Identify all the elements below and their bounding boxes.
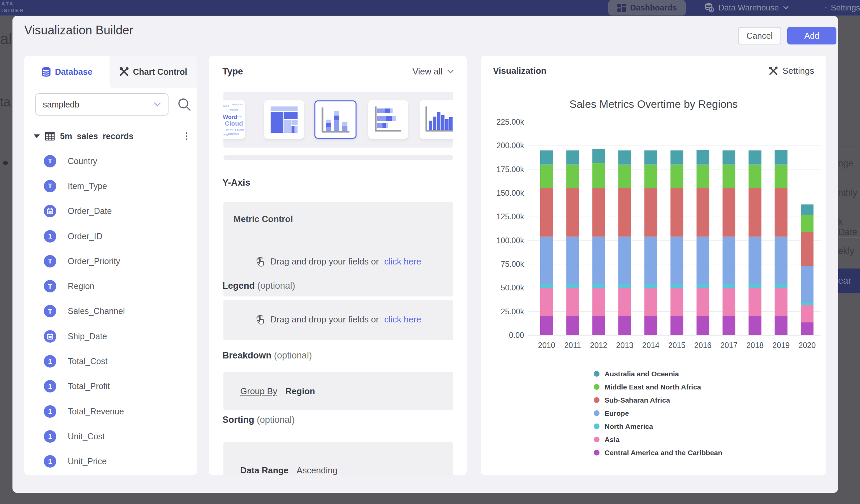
bar-segment[interactable]: [748, 165, 761, 188]
bar-segment[interactable]: [592, 284, 605, 288]
bar-segment[interactable]: [592, 188, 605, 237]
bar-segment[interactable]: [644, 288, 657, 316]
bar-segment[interactable]: [671, 236, 684, 284]
bar-segment[interactable]: [592, 149, 605, 163]
bar-segment[interactable]: [775, 165, 788, 188]
bar-segment[interactable]: [775, 284, 788, 288]
bar-segment[interactable]: [592, 236, 605, 284]
bar-segment[interactable]: [644, 316, 657, 335]
bar-segment[interactable]: [540, 165, 553, 188]
metric-click-here-link[interactable]: click here: [384, 256, 421, 267]
bar-segment[interactable]: [644, 188, 657, 236]
search-icon[interactable]: [176, 97, 192, 112]
bar-segment[interactable]: [671, 165, 684, 188]
bar-segment[interactable]: [671, 288, 684, 316]
bar-segment[interactable]: [775, 236, 788, 284]
bar-segment[interactable]: [722, 165, 735, 188]
chart-type-word-cloud[interactable]: Word Cloud iness Analytics BigData Prici…: [224, 100, 245, 139]
field-row-ship_date[interactable]: Ship_Date: [44, 324, 192, 349]
field-row-unit_price[interactable]: 1Unit_Price: [44, 449, 192, 474]
bar-segment[interactable]: [748, 188, 761, 236]
database-select[interactable]: sampledb: [35, 93, 169, 116]
bar-segment[interactable]: [801, 215, 814, 232]
nav-dashboards[interactable]: Dashboards: [608, 0, 686, 15]
bar-segment[interactable]: [566, 316, 579, 335]
field-row-unit_cost[interactable]: 1Unit_Cost: [44, 424, 192, 449]
field-row-country[interactable]: TCountry: [44, 148, 192, 173]
app-logo[interactable]: ATA ISIDER: [1, 0, 24, 14]
field-row-total_cost[interactable]: 1Total_Cost: [44, 349, 192, 374]
chart-settings-button[interactable]: Settings: [769, 66, 814, 76]
sorting-direction[interactable]: Ascending: [297, 465, 337, 475]
bar-segment[interactable]: [671, 284, 684, 288]
bar-segment[interactable]: [671, 316, 684, 335]
bar-segment[interactable]: [644, 150, 657, 164]
bar-segment[interactable]: [566, 236, 579, 284]
bar-segment[interactable]: [748, 288, 761, 316]
legend-item[interactable]: Europe: [594, 407, 722, 420]
breakdown-dropzone[interactable]: Group By Region: [224, 372, 453, 411]
chart-type-column[interactable]: [419, 100, 453, 139]
bar-segment[interactable]: [748, 236, 761, 284]
legend-dropzone[interactable]: Drag and drop your fields or click here: [224, 300, 453, 340]
bar-segment[interactable]: [644, 165, 657, 188]
bar-segment[interactable]: [592, 163, 605, 188]
bar-segment[interactable]: [644, 284, 657, 288]
legend-item[interactable]: Australia and Oceania: [594, 367, 722, 380]
tab-chart-control[interactable]: Chart Control: [110, 56, 197, 88]
nav-data-warehouse[interactable]: Data Warehouse: [704, 0, 789, 15]
bar-segment[interactable]: [671, 188, 684, 236]
bar-segment[interactable]: [697, 236, 710, 284]
bar-segment[interactable]: [748, 150, 761, 164]
bar-segment[interactable]: [775, 288, 788, 316]
view-all-dropdown[interactable]: View all: [413, 66, 454, 77]
bar-segment[interactable]: [540, 236, 553, 284]
bar-segment[interactable]: [618, 288, 631, 316]
field-row-order_priority[interactable]: TOrder_Priority: [44, 249, 192, 274]
field-row-order_date[interactable]: Order_Date: [44, 199, 192, 224]
bar-segment[interactable]: [801, 302, 814, 305]
bar-segment[interactable]: [618, 236, 631, 284]
cancel-button[interactable]: Cancel: [738, 27, 781, 44]
bar-segment[interactable]: [722, 150, 735, 164]
bar-segment[interactable]: [801, 322, 814, 335]
chart-type-scrollbar[interactable]: [224, 155, 453, 160]
bar-segment[interactable]: [540, 284, 553, 288]
bar-segment[interactable]: [722, 236, 735, 284]
chart-type-stacked-bar[interactable]: [368, 100, 408, 139]
bar-segment[interactable]: [697, 165, 710, 188]
bar-segment[interactable]: [722, 284, 735, 288]
bar-segment[interactable]: [748, 284, 761, 288]
bar-segment[interactable]: [644, 236, 657, 284]
bar-segment[interactable]: [722, 188, 735, 236]
bar-segment[interactable]: [697, 316, 710, 335]
legend-item[interactable]: Asia: [594, 433, 722, 446]
bar-segment[interactable]: [618, 165, 631, 188]
bar-segment[interactable]: [775, 316, 788, 335]
bar-segment[interactable]: [566, 284, 579, 288]
nav-settings[interactable]: Settings: [825, 0, 860, 15]
field-row-sales_channel[interactable]: TSales_Channel: [44, 299, 192, 324]
legend-click-here-link[interactable]: click here: [384, 314, 421, 325]
bar-segment[interactable]: [697, 188, 710, 236]
bar-segment[interactable]: [566, 188, 579, 236]
bar-segment[interactable]: [540, 288, 553, 316]
bar-segment[interactable]: [618, 284, 631, 288]
group-by-link[interactable]: Group By: [240, 386, 277, 397]
legend-item[interactable]: Central America and the Caribbean: [594, 446, 722, 459]
legend-item[interactable]: Middle East and North Africa: [594, 380, 722, 393]
bar-segment[interactable]: [540, 188, 553, 236]
bar-segment[interactable]: [775, 188, 788, 236]
bar-segment[interactable]: [618, 150, 631, 164]
bar-segment[interactable]: [801, 266, 814, 302]
bar-segment[interactable]: [618, 316, 631, 335]
legend-item[interactable]: North America: [594, 420, 722, 433]
caret-down-icon[interactable]: [34, 134, 40, 138]
bar-segment[interactable]: [618, 188, 631, 236]
tab-database[interactable]: Database: [24, 56, 110, 88]
chart-type-treemap[interactable]: [264, 100, 304, 139]
bar-segment[interactable]: [592, 288, 605, 316]
sorting-dropzone[interactable]: Data Range Ascending: [224, 442, 453, 475]
bar-segment[interactable]: [540, 316, 553, 335]
bar-segment[interactable]: [801, 232, 814, 266]
